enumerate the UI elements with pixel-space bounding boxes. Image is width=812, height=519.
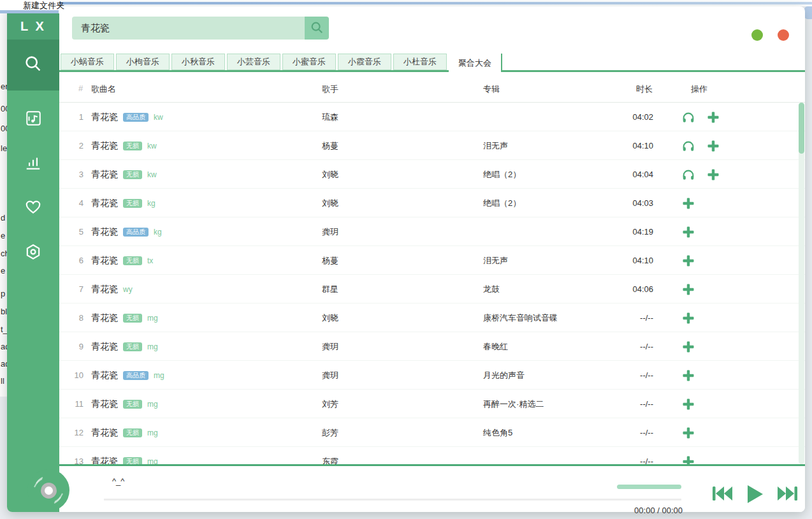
song-duration: 04:04	[607, 160, 653, 189]
song-artist: 刘晓	[322, 160, 338, 189]
tab-小枸音乐[interactable]: 小枸音乐	[116, 54, 170, 70]
listen-button[interactable]	[681, 110, 696, 125]
song-index: 9	[59, 332, 83, 361]
song-row[interactable]: 9青花瓷无损mg龚玥春晚红--/--	[59, 332, 805, 361]
song-title: 青花瓷	[91, 112, 118, 123]
scrollbar-thumb[interactable]	[799, 103, 804, 154]
song-album: 再醉一次·精选二	[483, 390, 544, 418]
add-to-playlist-button[interactable]	[681, 454, 696, 465]
desktop-text-fragment: le	[1, 143, 7, 153]
song-row[interactable]: 6青花瓷无损tx杨蔓泪无声04:10	[59, 246, 805, 275]
heart-icon	[24, 198, 42, 219]
add-to-playlist-button[interactable]	[706, 138, 721, 154]
tab-小蜜音乐[interactable]: 小蜜音乐	[282, 54, 336, 70]
desktop-text-fragment: d	[1, 213, 5, 223]
desktop-text-fragment: bl	[1, 307, 7, 316]
source-tag: mg	[154, 371, 164, 380]
song-row[interactable]: 5青花瓷高品质kg龚玥04:19	[59, 217, 805, 246]
song-row[interactable]: 13青花瓷无损mg东霞--/--	[59, 447, 805, 464]
song-duration: --/--	[607, 303, 653, 332]
add-to-playlist-button[interactable]	[706, 110, 721, 125]
add-to-playlist-button[interactable]	[706, 167, 721, 182]
album-disc[interactable]	[27, 469, 69, 511]
sidebar-item-settings[interactable]	[7, 231, 59, 275]
previous-button[interactable]	[711, 484, 734, 505]
add-to-playlist-button[interactable]	[681, 339, 696, 355]
song-index: 6	[59, 246, 83, 275]
app-logo: L X	[7, 13, 59, 40]
source-tabbar: 小蜗音乐小枸音乐小秋音乐小芸音乐小蜜音乐小霞音乐小杜音乐聚合大会	[59, 54, 805, 72]
quality-badge: 高品质	[123, 228, 149, 237]
source-tag: mg	[147, 314, 158, 323]
add-to-playlist-button[interactable]	[681, 397, 696, 412]
tab-小芸音乐[interactable]: 小芸音乐	[227, 54, 280, 70]
song-album: 康桥汽车音响试音碟	[483, 303, 558, 332]
song-title: 青花瓷	[91, 198, 118, 209]
add-to-playlist-button[interactable]	[681, 425, 696, 441]
song-row[interactable]: 7青花瓷wy群星龙鼓04:06	[59, 275, 805, 303]
col-artist: 歌手	[322, 84, 338, 95]
play-button[interactable]	[745, 484, 764, 506]
desktop-text-fragment: p	[1, 289, 5, 298]
source-tag: kw	[147, 142, 157, 150]
song-album: 纯色角5	[483, 418, 512, 447]
song-duration: 04:03	[607, 189, 653, 217]
tab-小杜音乐[interactable]: 小杜音乐	[393, 54, 447, 70]
sidebar-item-my-music[interactable]	[7, 97, 59, 142]
song-album: 绝唱（2）	[483, 189, 521, 217]
tab-聚合大会[interactable]: 聚合大会	[449, 54, 502, 72]
progress-bar[interactable]	[104, 499, 681, 501]
song-row[interactable]: 1青花瓷高品质kw琉森04:02	[59, 103, 805, 131]
song-row[interactable]: 10青花瓷高品质mg龚玥月光的声音--/--	[59, 361, 805, 390]
song-index: 10	[59, 361, 83, 390]
tab-小霞音乐[interactable]: 小霞音乐	[338, 54, 391, 70]
source-tag: kw	[147, 170, 157, 179]
sidebar-item-love[interactable]	[7, 186, 59, 231]
song-duration: 04:10	[607, 246, 653, 275]
sidebar-item-search[interactable]	[7, 40, 59, 91]
add-to-playlist-button[interactable]	[681, 282, 696, 297]
minimize-button[interactable]	[751, 29, 763, 41]
song-duration: --/--	[607, 447, 653, 464]
source-tag: mg	[147, 428, 158, 437]
tab-小蜗音乐[interactable]: 小蜗音乐	[61, 54, 114, 70]
next-button[interactable]	[776, 484, 799, 505]
song-artist: 刘晓	[322, 189, 338, 217]
song-album: 月光的声音	[483, 361, 525, 390]
search-input[interactable]	[72, 17, 305, 40]
song-actions	[681, 189, 696, 217]
song-actions	[681, 418, 696, 447]
song-row[interactable]: 11青花瓷无损mg刘芳再醉一次·精选二--/--	[59, 390, 805, 418]
song-duration: 04:19	[607, 217, 653, 246]
song-actions	[681, 103, 721, 131]
song-title: 青花瓷	[91, 140, 118, 152]
song-index: 5	[59, 217, 83, 246]
close-button[interactable]	[778, 29, 789, 41]
song-index: 13	[59, 447, 83, 464]
song-row[interactable]: 3青花瓷无损kw刘晓绝唱（2）04:04	[59, 160, 805, 189]
add-to-playlist-button[interactable]	[681, 196, 696, 211]
song-row[interactable]: 2青花瓷无损kw杨蔓泪无声04:10	[59, 131, 805, 160]
song-artist: 杨蔓	[322, 131, 338, 160]
desktop-text-fragment: e	[1, 231, 5, 240]
song-album: 绝唱（2）	[483, 160, 521, 189]
volume-slider[interactable]	[617, 485, 681, 489]
listen-button[interactable]	[681, 138, 696, 154]
song-row[interactable]: 8青花瓷无损mg刘晓康桥汽车音响试音碟--/--	[59, 303, 805, 332]
add-to-playlist-button[interactable]	[681, 311, 696, 326]
search-button[interactable]	[305, 17, 329, 40]
tab-小秋音乐[interactable]: 小秋音乐	[171, 54, 225, 70]
song-duration: --/--	[607, 332, 653, 361]
song-row[interactable]: 12青花瓷无损mg彭芳纯色角5--/--	[59, 418, 805, 447]
listen-button[interactable]	[681, 167, 696, 182]
add-to-playlist-button[interactable]	[681, 224, 696, 240]
song-actions	[681, 447, 696, 464]
add-to-playlist-button[interactable]	[681, 253, 696, 268]
sidebar-item-leaderboard[interactable]	[7, 142, 59, 186]
song-row[interactable]: 4青花瓷无损kg刘晓绝唱（2）04:03	[59, 189, 805, 217]
song-title: 青花瓷	[91, 341, 118, 353]
desktop-folder-label: 新建文件夹	[23, 0, 64, 11]
quality-badge: 无损	[123, 342, 142, 351]
scrollbar-track[interactable]	[799, 103, 804, 464]
add-to-playlist-button[interactable]	[681, 368, 696, 383]
